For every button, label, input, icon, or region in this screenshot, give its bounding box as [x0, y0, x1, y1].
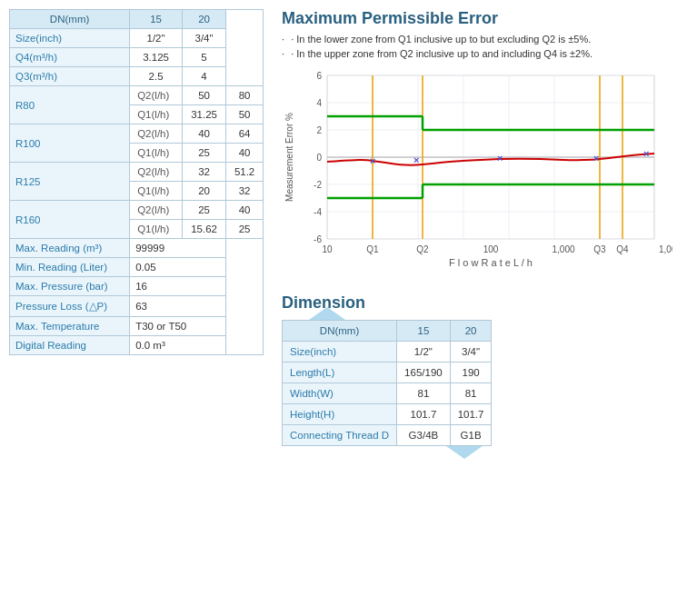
dim-header-cell: 15	[397, 321, 451, 342]
specs-header-cell: 20	[182, 10, 225, 29]
group-label-cell: R125	[10, 163, 130, 201]
value-cell: 51.2	[226, 163, 264, 182]
dim-value-cell: 190	[450, 363, 492, 383]
sub-label-cell: Q1(l/h)	[130, 144, 183, 163]
single-value-cell: T30 or T50	[130, 317, 226, 336]
sub-label-cell: Q1(l/h)	[130, 220, 183, 239]
dim-value-cell: 81	[450, 383, 492, 404]
svg-text:Q2: Q2	[416, 244, 429, 254]
q3-cell: Q3(m³/h)	[10, 67, 130, 86]
single-row: Digital Reading0.0 m³	[10, 336, 264, 355]
chart-container: × × × × × 6 4 2 0 -2 -4 -6 10 Q1 Q2 100 …	[282, 66, 688, 275]
value-cell: 15.62	[182, 220, 225, 239]
sub-label-cell: Q2(l/h)	[130, 86, 183, 105]
group-label-cell: R160	[10, 201, 130, 239]
dim-value-cell: G1B	[450, 425, 492, 446]
q4-cell: Q4(m³/h)	[10, 48, 130, 67]
value-cell: 80	[226, 86, 264, 105]
value-cell: 40	[226, 144, 264, 163]
q4-cell: 5	[182, 48, 225, 67]
single-row: Pressure Loss (△P)63	[10, 296, 264, 317]
svg-text:×: ×	[497, 153, 503, 164]
dim-row: Connecting Thread DG3/4BG1B	[283, 425, 492, 446]
svg-text:Q3: Q3	[593, 244, 606, 254]
svg-text:2: 2	[316, 125, 322, 135]
sub-label-cell: Q2(l/h)	[130, 201, 183, 220]
single-row: Min. Reading (Liter)0.05	[10, 258, 264, 277]
single-value-cell: 0.05	[130, 258, 226, 277]
sub-label-cell: Q1(l/h)	[130, 105, 183, 124]
single-label-cell: Max. Pressure (bar)	[10, 277, 130, 296]
svg-text:4: 4	[316, 98, 322, 108]
single-label-cell: Digital Reading	[10, 336, 130, 355]
single-value-cell: 0.0 m³	[130, 336, 226, 355]
error-section: Maximum Permissible Error · · In the low…	[282, 9, 688, 59]
value-cell: 50	[182, 86, 225, 105]
value-cell: 25	[182, 201, 225, 220]
value-cell: 32	[182, 163, 225, 182]
sub-label-cell: Q2(l/h)	[130, 163, 183, 182]
dim-label-cell: Size(inch)	[283, 342, 397, 363]
error-desc2: · · In the upper zone from Q2 inclusive …	[282, 48, 688, 59]
svg-text:1,000: 1,000	[552, 244, 574, 254]
single-row: Max. Pressure (bar)16	[10, 277, 264, 296]
single-label-cell: Max. Reading (m³)	[10, 239, 130, 258]
dim-value-cell: G3/4B	[397, 425, 451, 446]
dim-value-cell: 1/2"	[397, 342, 451, 363]
diamond-bottom-icon	[446, 446, 483, 459]
value-cell: 20	[182, 182, 225, 201]
size-cell: 3/4"	[182, 29, 225, 48]
dim-value-cell: 101.7	[450, 404, 492, 425]
error-desc1: · · In the lower zone from Q1 inclusive …	[282, 34, 688, 45]
dim-value-cell: 165/190	[397, 363, 451, 383]
single-label-cell: Min. Reading (Liter)	[10, 258, 130, 277]
dim-header-cell: 20	[450, 321, 492, 342]
group-label-cell: R80	[10, 86, 130, 124]
svg-text:×: ×	[413, 154, 419, 165]
dim-row: Width(W)8181	[283, 383, 492, 404]
dim-row: Length(L)165/190190	[283, 363, 492, 383]
specs-table: DN(mm)1520Size(inch)1/2"3/4"Q4(m³/h)3.12…	[9, 9, 264, 355]
group-row: R100Q2(l/h)4064	[10, 124, 264, 144]
svg-text:6: 6	[316, 71, 322, 81]
svg-text:Measurement Error %: Measurement Error %	[284, 113, 294, 202]
q3-cell: 4	[182, 67, 225, 86]
specs-header-cell: DN(mm)	[10, 10, 130, 29]
value-cell: 40	[226, 201, 264, 220]
value-cell: 25	[182, 144, 225, 163]
svg-text:1,000: 1,000	[659, 244, 672, 254]
bullet-icon: ·	[282, 34, 284, 45]
single-label-cell: Pressure Loss (△P)	[10, 296, 130, 317]
sub-label-cell: Q1(l/h)	[130, 182, 183, 201]
main-container: DN(mm)1520Size(inch)1/2"3/4"Q4(m³/h)3.12…	[9, 9, 688, 449]
svg-text:×: ×	[643, 148, 649, 159]
error-chart: × × × × × 6 4 2 0 -2 -4 -6 10 Q1 Q2 100 …	[282, 66, 672, 275]
group-row: R125Q2(l/h)3251.2	[10, 163, 264, 182]
error-title: Maximum Permissible Error	[282, 9, 688, 28]
dim-value-cell: 81	[397, 383, 451, 404]
svg-text:-2: -2	[314, 180, 322, 190]
svg-text:Q1: Q1	[366, 244, 379, 254]
dimension-section: Dimension DN(mm)1520Size(inch)1/2"3/4"Le…	[282, 293, 688, 449]
dim-header-cell: DN(mm)	[283, 321, 397, 342]
svg-text:×: ×	[370, 155, 375, 166]
single-row: Max. Reading (m³)99999	[10, 239, 264, 258]
dimension-table-wrapper: DN(mm)1520Size(inch)1/2"3/4"Length(L)165…	[282, 320, 492, 446]
svg-text:×: ×	[593, 153, 599, 164]
dim-label-cell: Height(H)	[283, 404, 397, 425]
specs-header-cell: 15	[130, 10, 183, 29]
value-cell: 50	[226, 105, 264, 124]
svg-text:-6: -6	[314, 234, 322, 244]
q4-cell: 3.125	[130, 48, 183, 67]
single-value-cell: 99999	[130, 239, 226, 258]
single-value-cell: 63	[130, 296, 226, 317]
svg-text:-4: -4	[314, 207, 322, 217]
single-value-cell: 16	[130, 277, 226, 296]
dim-value-cell: 101.7	[397, 404, 451, 425]
q3-cell: 2.5	[130, 67, 183, 86]
value-cell: 25	[226, 220, 264, 239]
group-row: R160Q2(l/h)2540	[10, 201, 264, 220]
svg-text:100: 100	[483, 244, 499, 254]
size-cell: Size(inch)	[10, 29, 130, 48]
value-cell: 32	[226, 182, 264, 201]
